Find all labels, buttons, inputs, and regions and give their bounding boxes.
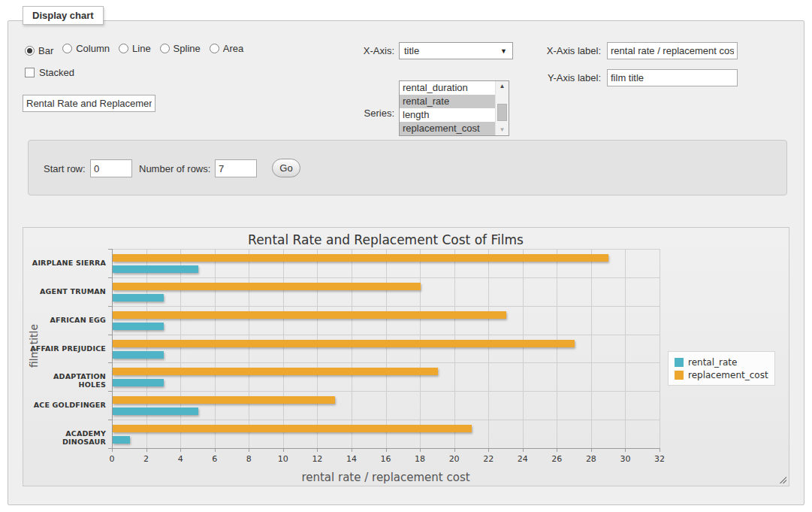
- bar-rental_rate[interactable]: [113, 436, 130, 444]
- chart-type-radio-area[interactable]: Area: [210, 43, 243, 54]
- x-tick-label: 16: [375, 454, 397, 464]
- bar-rental_rate[interactable]: [113, 294, 164, 301]
- x-axis-title: rental rate / replacement cost: [112, 471, 660, 484]
- gridline: [112, 391, 660, 392]
- chart-type-radio-group: BarColumnLineSplineArea: [25, 43, 252, 56]
- scroll-up-icon[interactable]: ▲: [496, 81, 509, 92]
- chart-type-label: Line: [132, 43, 151, 54]
- gridline: [386, 249, 387, 448]
- gridline: [146, 249, 147, 448]
- legend-item[interactable]: replacement_cost: [675, 368, 768, 381]
- scroll-down-icon[interactable]: ▼: [496, 125, 509, 135]
- radio-icon[interactable]: [25, 46, 35, 56]
- gridline: [180, 249, 181, 448]
- x-axis-selected-value: title: [404, 45, 419, 56]
- series-listbox-label: Series:: [334, 108, 394, 119]
- x-tick-label: 10: [272, 454, 294, 464]
- gridline: [112, 277, 660, 278]
- category-label: ACE GOLDFINGER: [28, 401, 106, 409]
- stacked-checkbox[interactable]: [25, 68, 35, 77]
- x-tick-label: 20: [443, 454, 466, 464]
- x-tick-label: 22: [477, 454, 500, 464]
- legend-label: rental_rate: [688, 357, 737, 368]
- gridline: [112, 335, 660, 335]
- y-axis-label-input[interactable]: [607, 69, 738, 86]
- series-option[interactable]: rental_duration: [400, 81, 498, 95]
- x-tick-label: 12: [306, 454, 328, 464]
- bar-replacement_cost[interactable]: [113, 396, 335, 404]
- chart-type-radio-spline[interactable]: Spline: [160, 43, 201, 54]
- series-options: rental_durationrental_ratelengthreplacem…: [400, 81, 509, 135]
- series-option[interactable]: replacement_cost: [400, 122, 498, 135]
- chart-type-label: Bar: [38, 45, 53, 56]
- legend-swatch-replacement_cost: [675, 371, 684, 380]
- gridline: [625, 249, 626, 448]
- stacked-checkbox-row[interactable]: Stacked: [25, 67, 74, 78]
- radio-icon[interactable]: [62, 44, 72, 53]
- x-axis-select-label: X-Axis:: [334, 45, 394, 56]
- chart-type-label: Spline: [174, 43, 201, 54]
- bar-rental_rate[interactable]: [113, 265, 198, 273]
- x-tick-label: 4: [169, 454, 192, 464]
- page: Display chart BarColumnLineSplineArea St…: [0, 0, 812, 512]
- category-label: AIRPLANE SIERRA: [28, 259, 106, 267]
- legend-item[interactable]: rental_rate: [675, 356, 768, 368]
- gridline: [488, 249, 489, 448]
- number-of-rows-label: Number of rows:: [139, 163, 210, 174]
- bar-replacement_cost[interactable]: [113, 311, 506, 319]
- gridline: [591, 249, 592, 448]
- chart-title: Rental Rate and Replacement Cost of Film…: [112, 232, 660, 247]
- start-row-input[interactable]: [90, 159, 132, 177]
- bar-rental_rate[interactable]: [113, 407, 198, 415]
- chart-type-radio-bar[interactable]: Bar: [25, 45, 53, 56]
- radio-icon[interactable]: [119, 44, 128, 53]
- listbox-scrollbar[interactable]: ▲ ▼: [495, 81, 509, 135]
- series-option[interactable]: length: [400, 108, 498, 122]
- x-tick-label: 26: [545, 454, 568, 464]
- bar-replacement_cost[interactable]: [113, 368, 438, 375]
- x-axis-label-label: X-Axis label:: [526, 45, 601, 56]
- x-tick-label: 2: [135, 454, 158, 464]
- bar-replacement_cost[interactable]: [113, 340, 575, 347]
- chart-plot-area: Rental Rate and Replacement Cost of Film…: [23, 228, 789, 486]
- chart-type-radio-line[interactable]: Line: [119, 43, 151, 54]
- gridline: [352, 249, 352, 448]
- go-button[interactable]: Go: [272, 159, 300, 177]
- bar-rental_rate[interactable]: [113, 379, 164, 386]
- x-tick-label: 0: [101, 454, 123, 464]
- scrollbar-thumb[interactable]: [497, 104, 507, 121]
- series-option[interactable]: rental_rate: [400, 95, 498, 108]
- gridline: [420, 249, 421, 448]
- bar-replacement_cost[interactable]: [113, 254, 608, 262]
- x-tick-label: 18: [409, 454, 431, 464]
- chart-type-label: Area: [223, 43, 243, 54]
- x-tick-label: 8: [237, 454, 260, 464]
- bar-replacement_cost[interactable]: [113, 425, 472, 432]
- chart-type-radio-column[interactable]: Column: [62, 43, 110, 54]
- radio-icon[interactable]: [160, 44, 170, 53]
- x-axis-select[interactable]: title ▼: [399, 42, 513, 59]
- gridline: [112, 249, 660, 250]
- series-listbox[interactable]: rental_durationrental_ratelengthreplacem…: [399, 80, 509, 136]
- x-axis-label-input[interactable]: [607, 42, 738, 59]
- chevron-down-icon: ▼: [500, 48, 507, 55]
- chart-title-input[interactable]: [23, 95, 155, 112]
- category-label: ACADEMY DINOSAUR: [28, 429, 106, 446]
- bar-replacement_cost[interactable]: [113, 283, 421, 290]
- x-tick-label: 6: [204, 454, 226, 464]
- gridline: [454, 249, 455, 448]
- gridline: [557, 249, 557, 448]
- gridline: [112, 420, 660, 420]
- x-tick: [660, 448, 660, 452]
- bar-rental_rate[interactable]: [113, 323, 164, 330]
- gridline: [249, 249, 249, 448]
- gridline: [660, 249, 660, 448]
- category-label: ADAPTATION HOLES: [28, 372, 106, 389]
- category-label: AFRICAN EGG: [28, 316, 106, 324]
- x-tick-label: 14: [340, 454, 363, 464]
- number-of-rows-input[interactable]: [215, 159, 257, 177]
- bar-rental_rate[interactable]: [113, 351, 164, 359]
- radio-icon[interactable]: [210, 44, 219, 53]
- x-tick-label: 28: [580, 454, 602, 464]
- x-axis-line: [112, 448, 660, 449]
